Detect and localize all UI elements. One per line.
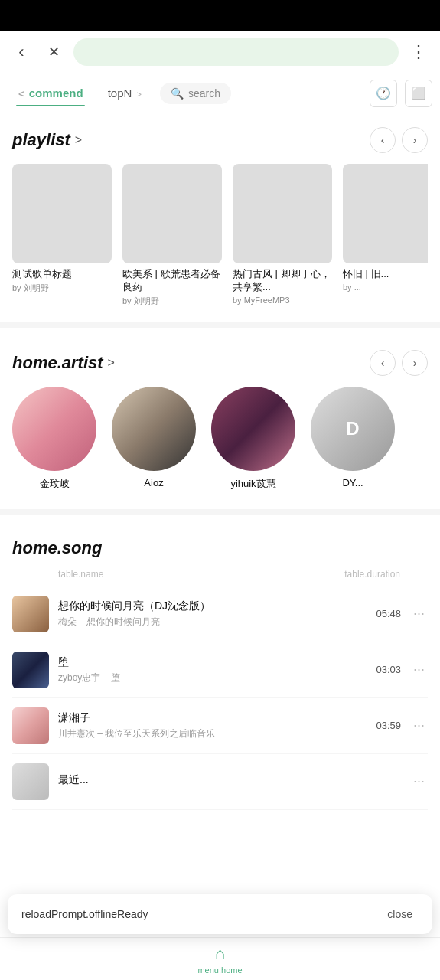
playlist-card-3-author: by MyFreeMP3 [233,296,332,305]
song-1-more-button[interactable]: ··· [410,606,428,622]
bottom-navigation: ⌂ menu.home [0,937,440,980]
playlist-next-button[interactable]: › [402,127,428,153]
playlist-section: playlist > ‹ › 测试歌单标题 by 刘明野 欧美系 | 歌荒患者必… [0,113,440,315]
artist-nav-arrows: ‹ › [370,350,428,376]
playlist-card-4-image [343,164,428,263]
playlist-card-4[interactable]: 怀旧 | 旧... by ... [343,164,428,307]
artist-card-4[interactable]: D DY... [311,387,395,491]
playlist-card-2-author: by 刘明野 [122,296,222,307]
toast-message: reloadPrompt.offlineReady [21,908,148,920]
artist-card-2[interactable]: Aioz [112,387,196,491]
playlist-row: 测试歌单标题 by 刘明野 欧美系 | 歌荒患者必备良药 by 刘明野 热门古风… [12,164,428,307]
bottom-nav-home[interactable]: ⌂ menu.home [197,944,243,975]
tab-topn[interactable]: topN > [97,80,152,106]
song-row-1[interactable]: 想你的时候问月亮（DJ沈念版） 梅朵 – 想你的时候问月亮 05:48 ··· [12,586,428,642]
playlist-header: playlist > ‹ › [12,127,428,153]
song-1-info: 想你的时候问月亮（DJ沈念版） 梅朵 – 想你的时候问月亮 [58,599,367,629]
artist-header: home.artist > ‹ › [12,350,428,376]
address-bar[interactable] [73,38,399,66]
tab-commend-label: commend [29,87,83,100]
song-row-2[interactable]: 堕 zyboy忠宇 – 堕 03:03 ··· [12,642,428,698]
playlist-card-3-image [233,164,332,263]
song-row-3[interactable]: 潇湘子 川井憲次 – 我位至乐天系列之后临音乐 03:59 ··· [12,698,428,754]
artist-arrow-icon: > [108,356,115,370]
playlist-next-icon: › [413,134,417,146]
more-icon: ⋮ [410,42,427,62]
search-icon: 🔍 [171,87,184,100]
artist-row: 金玟岐 Aioz yihuik苡慧 D DY... [12,387,428,494]
song-2-info: 堕 zyboy忠宇 – 堕 [58,655,367,684]
playlist-card-3[interactable]: 热门古风 | 卿卿于心，共享繁... by MyFreeMP3 [233,164,332,307]
artist-title[interactable]: home.artist > [12,353,115,373]
song-section: home.song table.name table.duration 想你的时… [0,523,440,910]
playlist-card-4-author: by ... [343,283,428,292]
artist-prev-button[interactable]: ‹ [370,350,396,376]
song-table-header: table.name table.duration [12,566,428,586]
playlist-nav-arrows: ‹ › [370,127,428,153]
playlist-card-1[interactable]: 测试歌单标题 by 刘明野 [12,164,112,307]
playlist-card-3-title: 热门古风 | 卿卿于心，共享繁... [233,268,332,294]
song-3-thumbnail [12,707,49,744]
browser-toolbar: ‹ ✕ ⋮ [0,31,440,74]
artist-card-1[interactable]: 金玟岐 [12,387,96,491]
song-2-title: 堕 [58,655,367,669]
artist-title-text: home.artist [12,353,103,373]
artist-card-3[interactable]: yihuik苡慧 [211,387,295,491]
status-bar [0,0,440,31]
artist-section: home.artist > ‹ › 金玟岐 Aioz [0,336,440,501]
song-3-info: 潇湘子 川井憲次 – 我位至乐天系列之后临音乐 [58,711,367,740]
separator-1 [0,322,440,328]
playlist-card-1-image [12,164,112,263]
back-button[interactable]: ‹ [9,40,34,64]
playlist-card-2-title: 欧美系 | 歌荒患者必备良药 [122,268,222,294]
playlist-card-1-title: 测试歌单标题 [12,268,112,281]
artist-4-avatar: D [311,387,395,471]
artist-1-avatar [12,387,96,471]
artist-3-name: yihuik苡慧 [230,477,275,491]
song-3-title: 潇湘子 [58,711,367,725]
main-content: playlist > ‹ › 测试歌单标题 by 刘明野 欧美系 | 歌荒患者必… [0,113,440,910]
artist-1-name: 金玟岐 [40,477,70,491]
artist-next-icon: › [413,357,417,369]
artist-next-button[interactable]: › [402,350,428,376]
song-1-duration: 05:48 [376,608,401,619]
playlist-card-2[interactable]: 欧美系 | 歌荒患者必备良药 by 刘明野 [122,164,222,307]
song-4-more-button[interactable]: ··· [410,773,428,789]
screen-icon: ⬜ [412,87,426,100]
song-1-title: 想你的时候问月亮（DJ沈念版） [58,599,367,613]
chevron-right-icon: > [136,90,141,99]
song-2-artist: zyboy忠宇 – 堕 [58,671,367,684]
song-row-4[interactable]: 最近... ··· [12,754,428,810]
playlist-prev-button[interactable]: ‹ [370,127,396,153]
playlist-title[interactable]: playlist > [12,130,82,150]
song-section-title: home.song [12,538,428,558]
bottom-nav-home-label: menu.home [197,965,242,975]
toast-close-button[interactable]: close [381,905,419,923]
toast-notification: reloadPrompt.offlineReady close [8,894,432,934]
more-button[interactable]: ⋮ [406,40,431,64]
song-col-name: table.name [58,569,103,580]
history-icon: 🕐 [376,86,391,100]
playlist-title-text: playlist [12,130,70,150]
artist-2-avatar [112,387,196,471]
home-icon: ⌂ [215,944,225,964]
separator-2 [0,509,440,515]
close-button[interactable]: ✕ [41,40,66,64]
playlist-prev-icon: ‹ [381,134,385,146]
artist-prev-icon: ‹ [381,357,385,369]
history-button[interactable]: 🕐 [370,80,397,107]
song-3-more-button[interactable]: ··· [410,717,428,733]
screen-button[interactable]: ⬜ [405,80,432,107]
song-2-more-button[interactable]: ··· [410,662,428,678]
search-tab[interactable]: 🔍 search [160,83,231,104]
playlist-card-4-title: 怀旧 | 旧... [343,268,428,281]
tab-commend[interactable]: < commend [8,80,94,106]
song-2-duration: 03:03 [376,664,401,675]
artist-3-avatar [211,387,295,471]
tab-navigation: < commend topN > 🔍 search 🕐 ⬜ [0,74,440,113]
playlist-card-1-author: by 刘明野 [12,283,112,294]
song-3-artist: 川井憲次 – 我位至乐天系列之后临音乐 [58,727,367,740]
back-icon: ‹ [18,42,24,62]
song-4-info: 最近... [58,773,392,789]
artist-2-name: Aioz [144,477,163,488]
